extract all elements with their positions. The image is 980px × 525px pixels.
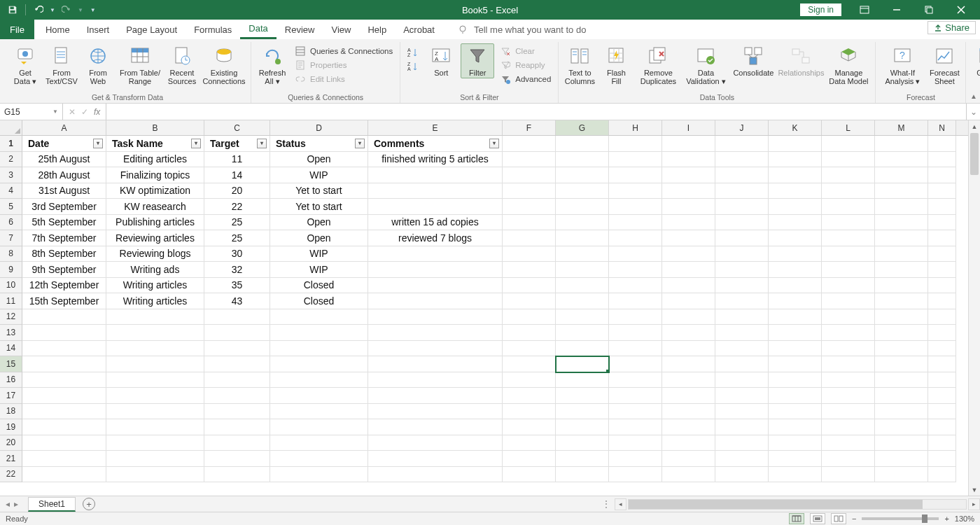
minimize-icon[interactable] [881, 0, 913, 20]
cell[interactable] [503, 167, 556, 183]
cell[interactable] [875, 435, 928, 451]
cell[interactable] [769, 388, 822, 404]
cell[interactable] [875, 199, 928, 215]
header-cell-e[interactable]: Comments▾ [368, 136, 503, 152]
col-head-n[interactable]: N [928, 120, 956, 135]
row-head[interactable]: 4 [0, 183, 22, 200]
row-head[interactable]: 2 [0, 152, 22, 168]
cell[interactable] [106, 451, 204, 467]
cell[interactable] [556, 451, 609, 467]
cell[interactable] [556, 388, 609, 404]
col-head-k[interactable]: K [769, 120, 822, 135]
cell[interactable] [270, 467, 368, 483]
cell[interactable] [22, 451, 106, 467]
cell[interactable]: Yet to start [270, 183, 368, 200]
cell[interactable] [503, 183, 556, 200]
cell[interactable] [22, 388, 106, 404]
cell[interactable] [503, 435, 556, 451]
cell[interactable] [662, 167, 715, 183]
horizontal-scrollbar[interactable]: ⋮ ◂ ▸ [602, 498, 980, 510]
cell[interactable] [270, 372, 368, 388]
new-sheet-button[interactable]: + [83, 498, 95, 510]
cell[interactable] [503, 136, 556, 152]
row-head[interactable]: 9 [0, 262, 22, 278]
cell[interactable] [769, 183, 822, 200]
data-validation-button[interactable]: Data Validation ▾ [683, 43, 728, 85]
cell[interactable] [270, 435, 368, 451]
cell[interactable]: Editing articles [106, 152, 204, 168]
cell[interactable] [769, 152, 822, 168]
cell[interactable] [875, 293, 928, 309]
row-head[interactable]: 13 [0, 325, 22, 341]
cell[interactable] [368, 451, 503, 467]
sort-za-button[interactable]: ZA [405, 60, 421, 73]
group-button[interactable]: Group ▾ [970, 43, 980, 85]
cell[interactable]: Closed [270, 293, 368, 309]
cell[interactable] [875, 230, 928, 246]
cell[interactable] [875, 419, 928, 435]
cell[interactable] [503, 309, 556, 326]
cell[interactable] [662, 341, 715, 357]
remove-duplicates-button[interactable]: Remove Duplicates [636, 43, 680, 85]
cell[interactable] [556, 215, 609, 231]
cell[interactable]: 43 [204, 293, 270, 309]
cell[interactable] [715, 309, 769, 326]
cell[interactable] [270, 356, 368, 372]
cell[interactable] [556, 246, 609, 262]
cell[interactable] [503, 293, 556, 309]
cell[interactable] [928, 341, 956, 357]
cell[interactable] [556, 293, 609, 309]
cell[interactable]: Reviewing articles [106, 230, 204, 246]
cell[interactable] [609, 230, 662, 246]
cell[interactable] [556, 278, 609, 294]
cell[interactable] [556, 435, 609, 451]
cell[interactable] [556, 136, 609, 152]
cell[interactable] [715, 419, 769, 435]
cell[interactable] [662, 199, 715, 215]
name-box[interactable]: G15▼ [0, 104, 63, 120]
cell[interactable] [609, 309, 662, 326]
cell[interactable] [106, 341, 204, 357]
scroll-thumb[interactable] [970, 133, 979, 175]
cell[interactable]: 8th September [22, 246, 106, 262]
cell[interactable] [715, 183, 769, 200]
row-head[interactable]: 12 [0, 309, 22, 326]
cell[interactable] [106, 356, 204, 372]
cell[interactable] [503, 262, 556, 278]
cell[interactable] [503, 278, 556, 294]
cell[interactable] [503, 341, 556, 357]
cell[interactable]: Finalizing topics [106, 167, 204, 183]
cell[interactable] [822, 230, 875, 246]
zoom-slider[interactable] [862, 517, 939, 520]
cell[interactable] [106, 404, 204, 420]
cell[interactable] [609, 262, 662, 278]
cell[interactable] [928, 451, 956, 467]
cell[interactable]: 35 [204, 278, 270, 294]
tell-me-search[interactable]: Tell me what you want to do [457, 20, 586, 39]
expand-formula-bar-icon[interactable]: ⌄ [966, 104, 980, 120]
cell[interactable] [368, 262, 503, 278]
cell[interactable] [368, 325, 503, 341]
advanced-filter-button[interactable]: Advanced [497, 73, 554, 85]
cell[interactable] [822, 199, 875, 215]
redo-dropdown-icon[interactable]: ▼ [78, 7, 83, 13]
cell[interactable] [204, 356, 270, 372]
cell[interactable] [368, 419, 503, 435]
flash-fill-button[interactable]: Flash Fill [599, 43, 633, 85]
cell[interactable]: written 15 ad copies [368, 215, 503, 231]
cell[interactable] [270, 309, 368, 326]
cell[interactable]: finished writing 5 articles [368, 152, 503, 168]
cell[interactable] [769, 325, 822, 341]
cell[interactable] [928, 372, 956, 388]
cancel-formula-icon[interactable]: ✕ [69, 107, 76, 117]
cell[interactable] [609, 356, 662, 372]
cell[interactable] [204, 451, 270, 467]
cell[interactable] [106, 325, 204, 341]
cell[interactable] [662, 183, 715, 200]
cell[interactable] [715, 467, 769, 483]
cell[interactable] [715, 199, 769, 215]
cell[interactable]: 11 [204, 152, 270, 168]
cell[interactable] [22, 372, 106, 388]
cell[interactable] [822, 451, 875, 467]
cell[interactable] [822, 293, 875, 309]
